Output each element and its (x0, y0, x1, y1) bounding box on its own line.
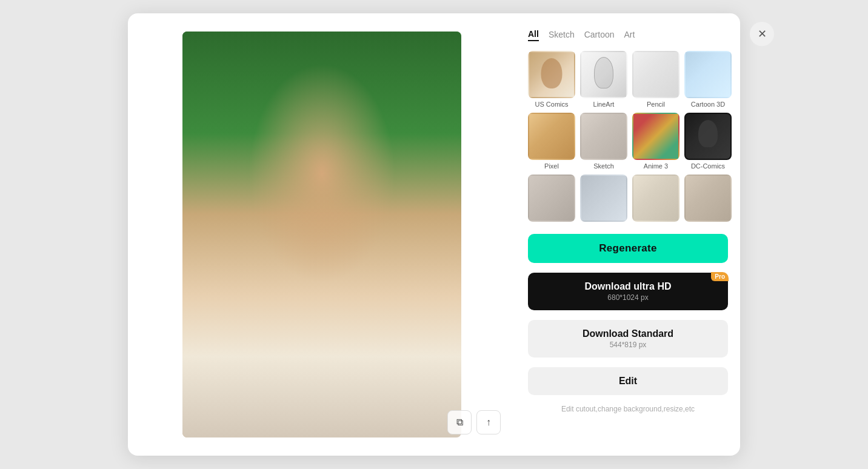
style-label-us-comics: US Comics (535, 101, 568, 108)
style-label-dc-comics: DC-Comics (691, 162, 725, 170)
style-item-lineart[interactable]: LineArt (580, 51, 627, 108)
style-label-pixel: Pixel (544, 162, 559, 170)
compare-icon: ⧉ (456, 417, 463, 428)
tab-art[interactable]: Art (624, 28, 635, 41)
style-thumb-9 (528, 175, 575, 222)
tab-cartoon[interactable]: Cartoon (584, 28, 615, 41)
style-item-pencil[interactable]: Pencil (632, 51, 679, 108)
style-thumb-sketch (580, 113, 627, 160)
image-bottom-controls: ⧉ ↑ (447, 410, 501, 434)
style-thumb-pixel (528, 113, 575, 160)
style-item-dc-comics[interactable]: DC-Comics (684, 113, 732, 170)
right-panel: All Sketch Cartoon Art US Comics LineArt… (516, 13, 740, 456)
download-hd-size: 680*1024 px (607, 293, 648, 302)
style-thumb-12 (684, 175, 732, 222)
style-thumb-11 (632, 175, 679, 222)
main-image (182, 32, 461, 437)
style-thumb-pencil (632, 51, 679, 98)
style-item-cartoon3d[interactable]: Cartoon 3D (684, 51, 732, 108)
style-item-anime3[interactable]: Anime 3 (632, 113, 679, 170)
style-item-10[interactable] (580, 175, 627, 224)
style-thumb-10 (580, 175, 627, 222)
regenerate-button[interactable]: Regenerate (528, 234, 728, 263)
upload-icon: ↑ (486, 417, 491, 428)
style-item-sketch[interactable]: Sketch (580, 113, 627, 170)
download-standard-title: Download Standard (583, 328, 673, 339)
download-standard-button[interactable]: Download Standard 544*819 px (528, 320, 728, 358)
style-label-lineart: LineArt (593, 101, 615, 108)
tab-all[interactable]: All (528, 28, 539, 41)
edit-button[interactable]: Edit (528, 367, 728, 395)
download-hd-button[interactable]: Pro Download ultra HD 680*1024 px (528, 273, 728, 310)
edit-hint: Edit cutout,change background,resize,etc (528, 405, 728, 413)
style-item-12[interactable] (684, 175, 732, 224)
style-item-us-comics[interactable]: US Comics (528, 51, 575, 108)
style-label-anime3: Anime 3 (644, 162, 668, 170)
style-thumb-dc-comics (684, 113, 732, 160)
compare-button[interactable]: ⧉ (447, 410, 472, 434)
style-label-cartoon3d: Cartoon 3D (691, 101, 725, 108)
style-thumb-anime3 (632, 113, 679, 160)
upload-button[interactable]: ↑ (476, 410, 501, 434)
download-hd-title: Download ultra HD (584, 281, 671, 292)
style-item-11[interactable] (632, 175, 679, 224)
style-thumb-us-comics (528, 51, 575, 98)
pro-badge: Pro (711, 272, 729, 281)
style-label-pencil: Pencil (647, 101, 665, 108)
style-thumb-cartoon3d (684, 51, 732, 98)
modal-container: ✕ ⧉ ↑ All Sketch Cartoon Art US Com (128, 13, 740, 456)
style-item-pixel[interactable]: Pixel (528, 113, 575, 170)
style-label-sketch: Sketch (593, 162, 614, 170)
download-standard-size: 544*819 px (610, 341, 647, 349)
style-item-9[interactable] (528, 175, 575, 224)
style-grid: US Comics LineArt Pencil Cartoon 3D Pixe… (528, 51, 728, 224)
filter-tabs: All Sketch Cartoon Art (528, 28, 728, 41)
style-thumb-lineart (580, 51, 627, 98)
image-panel: ⧉ ↑ (128, 13, 516, 456)
tab-sketch[interactable]: Sketch (549, 28, 575, 41)
close-button[interactable]: ✕ (750, 22, 774, 46)
